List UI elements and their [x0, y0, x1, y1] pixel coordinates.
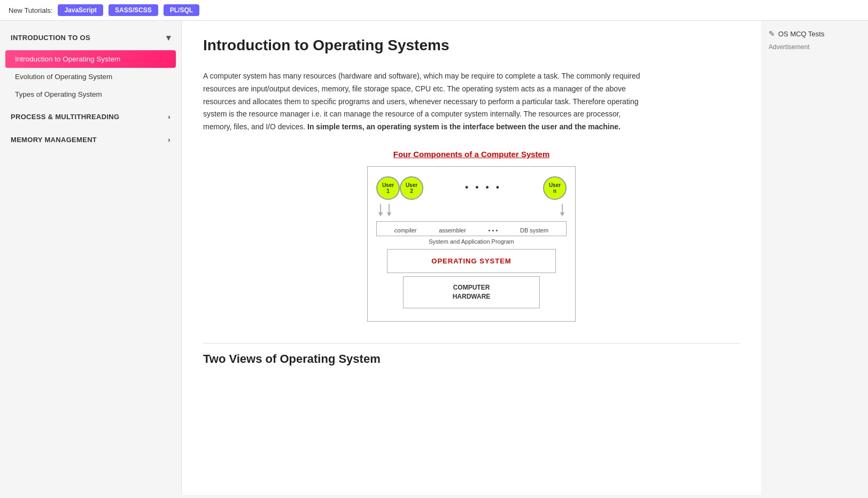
chevron-down-icon: ▾: [166, 33, 170, 43]
sidebar-section-process[interactable]: PROCESS & MULTITHREADING ›: [0, 106, 181, 127]
svg-marker-5: [560, 213, 565, 216]
svg-marker-1: [378, 213, 383, 216]
main-content: Introduction to Operating Systems A comp…: [182, 21, 761, 495]
user1-label: User: [382, 182, 394, 188]
sidebar-section-process-label: PROCESS & MULTITHREADING: [11, 113, 119, 121]
advertisement-label: Advertisement: [769, 43, 861, 51]
dots-users: • • • •: [423, 182, 543, 200]
sidebar-items-intro-os: Introduction to Operating System Evoluti…: [0, 49, 181, 104]
sidebar-item-intro-to-os[interactable]: Introduction to Operating System: [5, 50, 176, 68]
os-box: OPERATING SYSTEM: [387, 249, 556, 273]
page-layout: INTRODUCTION TO OS ▾ Introduction to Ope…: [0, 21, 868, 495]
user-circle-2: User 2: [400, 176, 423, 200]
sidebar-item-evolution-os[interactable]: Evolution of Operating System: [0, 68, 181, 85]
arrows-row: [376, 203, 567, 218]
intro-paragraph: A computer system has many resources (ha…: [203, 70, 641, 134]
user1-num: 1: [386, 188, 390, 194]
sidebar-section-memory-label: MEMORY MANAGEMENT: [11, 136, 97, 144]
badge-sass[interactable]: SASS/SCSS: [108, 4, 158, 16]
sidebar: INTRODUCTION TO OS ▾ Introduction to Ope…: [0, 21, 182, 495]
chevron-right-icon-process: ›: [168, 113, 170, 121]
new-tutorials-label: New Tutorials:: [9, 6, 52, 14]
badge-javascript[interactable]: JavaScript: [58, 4, 103, 16]
user2-num: 2: [410, 188, 413, 194]
top-bar: New Tutorials: JavaScript SASS/SCSS PL/S…: [0, 0, 868, 21]
arrow-down-1: [376, 203, 385, 218]
sidebar-section-intro-os[interactable]: INTRODUCTION TO OS ▾: [0, 26, 181, 49]
user-circle-n: User n: [543, 176, 567, 200]
apps-row: compiler assembler • • • DB system: [376, 221, 567, 236]
intro-text-bold: In simple terms, an operating system is …: [307, 122, 621, 131]
arrow-down-2: [385, 203, 393, 218]
edit-icon: ✎: [769, 29, 775, 38]
users-row: User 1 User 2 • • • • User n: [376, 176, 567, 200]
arrow-down-n: [558, 203, 567, 218]
app-compiler: compiler: [394, 227, 417, 234]
usern-num: n: [553, 188, 556, 194]
section2-title: Two Views of Operating System: [203, 343, 740, 366]
user2-label: User: [406, 182, 417, 188]
diagram-container: Four Components of a Computer System Use…: [203, 150, 740, 322]
app-dots: • • •: [489, 227, 498, 234]
sidebar-item-types-os[interactable]: Types of Operating System: [0, 85, 181, 103]
svg-marker-3: [387, 213, 392, 216]
diagram-box: User 1 User 2 • • • • User n: [367, 166, 576, 322]
mcq-tests-label: OS MCQ Tests: [778, 30, 824, 38]
diagram-title[interactable]: Four Components of a Computer System: [393, 150, 550, 159]
usern-label: User: [549, 182, 561, 188]
chevron-right-icon-memory: ›: [168, 136, 170, 144]
mcq-tests-link[interactable]: ✎ OS MCQ Tests: [769, 29, 861, 38]
hw-box: COMPUTERHARDWARE: [403, 276, 540, 308]
app-db: DB system: [520, 227, 548, 234]
right-sidebar: ✎ OS MCQ Tests Advertisement: [761, 21, 868, 495]
page-title: Introduction to Operating Systems: [203, 37, 740, 54]
sidebar-section-intro-os-label: INTRODUCTION TO OS: [11, 34, 90, 42]
badge-plsql[interactable]: PL/SQL: [164, 4, 199, 16]
sidebar-section-memory[interactable]: MEMORY MANAGEMENT ›: [0, 129, 181, 150]
sys-label: System and Application Program: [376, 238, 567, 245]
user-circle-1: User 1: [376, 176, 400, 200]
app-assembler: assembler: [439, 227, 466, 234]
